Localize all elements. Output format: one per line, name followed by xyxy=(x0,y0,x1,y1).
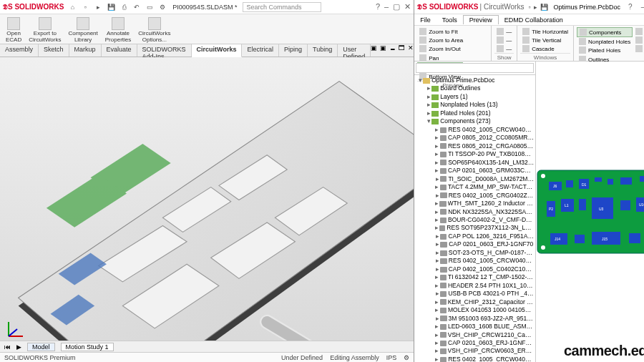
ribbon-cmd-component[interactable]: ComponentLibrary xyxy=(65,16,100,45)
doc-window-btn[interactable]: ▣ xyxy=(380,44,386,57)
print-icon[interactable]: ⎙ xyxy=(119,3,128,11)
sw-search-commands[interactable]: Search Commands xyxy=(243,2,321,12)
doc-window-btn[interactable]: 🗖 xyxy=(399,44,405,57)
ribbon-cmd-export-to[interactable]: Export toCircuitWorks xyxy=(26,16,64,45)
tree-component[interactable]: ▸LED-0603_1608 BLUE_ASMT-CH xyxy=(414,323,535,331)
tree-component[interactable]: ▸CAP 0201_0603_ERJ-1GNF70 xyxy=(414,240,535,248)
maximize-icon[interactable]: ▢ xyxy=(393,2,400,11)
cw-save-icon[interactable]: 💾 xyxy=(540,4,548,11)
undo-icon[interactable]: ↶ xyxy=(132,3,141,11)
tree-component[interactable]: ▸RES 0805_2012_CRGA0805J10K xyxy=(414,142,535,150)
tree-component[interactable]: ▸NDK NX3225SA_NX3225SA-12C xyxy=(414,208,535,216)
view-triad[interactable] xyxy=(4,319,26,342)
tree-folder-nonplated[interactable]: ▸Nonplated Holes (13) xyxy=(414,101,535,109)
doc-window-btn[interactable]: ▣ xyxy=(371,44,377,57)
menu-tools[interactable]: Tools xyxy=(436,16,463,24)
ribbon-tile-horizontal[interactable]: Tile Horizontal xyxy=(520,27,570,36)
bottom-tab-motion-study-1[interactable]: Motion Study 1 xyxy=(61,343,114,351)
help-icon[interactable]: ? xyxy=(376,2,380,11)
tree-component[interactable]: ▸CAP 0805_2012_CC0805MRX7R xyxy=(414,134,535,142)
tree-component[interactable]: ▸RES 0402_1005_CRG0402ZR 6 xyxy=(414,192,535,200)
ribbon-—[interactable]: — xyxy=(494,27,514,36)
tab-sketch[interactable]: Sketch xyxy=(39,44,69,57)
tree-component[interactable]: ▸WTH_SMT_1260_2 Inductor (WTH xyxy=(414,200,535,207)
rewind-icon[interactable]: ⏮ xyxy=(4,343,11,351)
tree-folder-board[interactable]: ▸Board Outlines xyxy=(414,84,535,92)
cw-new-icon[interactable]: ▫ xyxy=(528,4,530,11)
tree-component[interactable]: ▸KEM_CHIP_2312_Capacitor (KEM xyxy=(414,298,535,306)
tree-component[interactable]: ▸BOUR-CG0402-2_V_CMF-DS944 xyxy=(414,216,535,224)
play-icon[interactable]: ▶ xyxy=(16,343,21,351)
ribbon-—[interactable]: — xyxy=(494,44,514,53)
ribbon-tile-vertical[interactable]: Tile Vertical xyxy=(520,36,570,44)
tree-root[interactable]: ▾Optimus Prime.PcbDoc xyxy=(414,77,535,84)
bottom-tab-model[interactable]: Model xyxy=(27,343,55,351)
tab-solidworks-add-ins[interactable]: SOLIDWORKS Add-Ins xyxy=(137,44,192,57)
minimize-icon[interactable]: – xyxy=(639,3,644,11)
tree-component[interactable]: ▸RES 0402_1005_CRCW040210K xyxy=(414,126,535,134)
tree-component[interactable]: ▸TI 6132042 12 T_CMP-1502-0111 xyxy=(414,273,535,281)
ribbon-zoom-in/out[interactable]: Zoom In/Out xyxy=(417,44,465,53)
tree-component[interactable]: ▸TI_SOIC_D0008A_LM2672MX-A xyxy=(414,175,535,183)
home-icon[interactable]: ⌂ xyxy=(68,3,77,11)
minimize-icon[interactable]: – xyxy=(384,2,389,11)
ribbon-zoom-to-area[interactable]: Zoom to Area xyxy=(417,36,465,44)
menu-edmd-collaboration[interactable]: EDMD Collaboration xyxy=(499,16,569,24)
tree-component[interactable]: ▸USB-B PCB 43021-0 PTH _4302 xyxy=(414,290,535,298)
cw-tree-list[interactable]: ▾Optimus Prime.PcbDoc▸Board Outlines▸Lay… xyxy=(414,75,535,362)
tab-electrical[interactable]: Electrical xyxy=(242,44,279,57)
tree-component[interactable]: ▸CAP 0402_1005_C0402C104K9 xyxy=(414,265,535,273)
tree-component[interactable]: ▸TACT 4.2MM_MP_SW-TACT-4.24 xyxy=(414,183,535,191)
tab-markup[interactable]: Markup xyxy=(69,44,102,57)
tree-component[interactable]: ▸CAP POL 1206_3216_F951A226 xyxy=(414,233,535,240)
cw-open-icon[interactable]: ▸ xyxy=(534,4,537,11)
tree-folder-components[interactable]: ▾Components (273) xyxy=(414,117,535,125)
tab-assembly[interactable]: Assembly xyxy=(0,44,39,57)
open-icon[interactable]: ▸ xyxy=(94,3,102,11)
tab-piping[interactable]: Piping xyxy=(279,44,308,57)
tree-component[interactable]: ▸VSH_CHIP_CRCW1210_Capacite xyxy=(414,331,535,339)
tree-component[interactable]: ▸RES 0402_1005_CRCW040220 xyxy=(414,257,535,265)
sw-3d-viewport[interactable]: ⏮▶ModelMotion Study 1 SOLIDWORKS Premium… xyxy=(0,57,414,362)
ribbon-plated-holes[interactable]: Plated Holes xyxy=(577,46,633,54)
status-units[interactable]: IPS xyxy=(386,354,397,361)
tree-component[interactable]: ▸RES 0402_1005_CRCW040210K xyxy=(414,356,535,362)
ribbon-—[interactable]: — xyxy=(494,36,514,44)
ribbon-vias[interactable]: Vias xyxy=(633,44,644,53)
ribbon-cmd-annotate[interactable]: AnnotateProperties xyxy=(102,16,134,45)
cw-tree-search-input[interactable] xyxy=(416,63,534,73)
tab-evaluate[interactable]: Evaluate xyxy=(102,44,137,57)
ribbon-cascade[interactable]: Cascade xyxy=(520,44,570,53)
cw-2d-preview[interactable]: J6D1J17 P2L1U3 U10J18J20 J14J15J8 xyxy=(536,62,644,362)
doc-window-btn[interactable]: ✕ xyxy=(408,44,414,57)
save-icon[interactable]: 💾 xyxy=(107,3,115,11)
ribbon-zoom-to-fit[interactable]: Zoom to Fit xyxy=(417,27,465,36)
ribbon-pads[interactable]: Pads xyxy=(633,36,644,44)
tree-component[interactable]: ▸CAP 0201_0603_ERJ-1GNF07K0 xyxy=(414,339,535,347)
tree-component[interactable]: ▸SOP65P640X135-14N_LM324DT xyxy=(414,159,535,167)
new-icon[interactable]: ▫ xyxy=(81,3,89,11)
tree-component[interactable]: ▸TI TSSOP-20 PW_TXB0108PWR xyxy=(414,150,535,158)
ribbon-traces[interactable]: Traces xyxy=(633,27,644,36)
tab-user-defined-route[interactable]: User Defined Route xyxy=(338,44,371,57)
tree-component[interactable]: ▸VSH_CHIP_CRCW0603_ERJ-3EK xyxy=(414,347,535,355)
ribbon-cmd-circuitworks[interactable]: CircuitWorksOptions... xyxy=(135,16,173,45)
close-icon[interactable]: ✕ xyxy=(404,2,411,11)
tree-component[interactable]: ▸CAP 0201_0603_GRM033C71AS xyxy=(414,167,535,175)
ribbon-nonplated-holes[interactable]: Nonplated Holes xyxy=(577,37,633,46)
select-icon[interactable]: ▭ xyxy=(145,3,154,11)
tree-component[interactable]: ▸SOT-23-OTS_H_CMP-0187-004 xyxy=(414,249,535,257)
tree-component[interactable]: ▸HEADER 2.54 PTH 10X1_10X1 R xyxy=(414,282,535,290)
tree-component[interactable]: ▸MOLEX 041053 1000 041053 100 xyxy=(414,306,535,314)
menu-file[interactable]: File xyxy=(414,16,436,24)
tree-folder-layers[interactable]: ▸Layers (1) xyxy=(414,93,535,101)
help-icon[interactable]: ? xyxy=(626,3,635,11)
tab-tubing[interactable]: Tubing xyxy=(308,44,338,57)
menu-preview[interactable]: Preview xyxy=(463,15,499,24)
status-gear-icon[interactable]: ⚙ xyxy=(404,354,409,361)
settings-icon[interactable]: ⚙ xyxy=(158,3,167,11)
tab-circuitworks[interactable]: CircuitWorks xyxy=(192,44,243,57)
tree-component[interactable]: ▸3M 951003 693-JZ2-AR_951003 xyxy=(414,315,535,323)
tree-folder-plated[interactable]: ▸Plated Holes (201) xyxy=(414,109,535,117)
ribbon-components[interactable]: Components xyxy=(577,27,633,37)
